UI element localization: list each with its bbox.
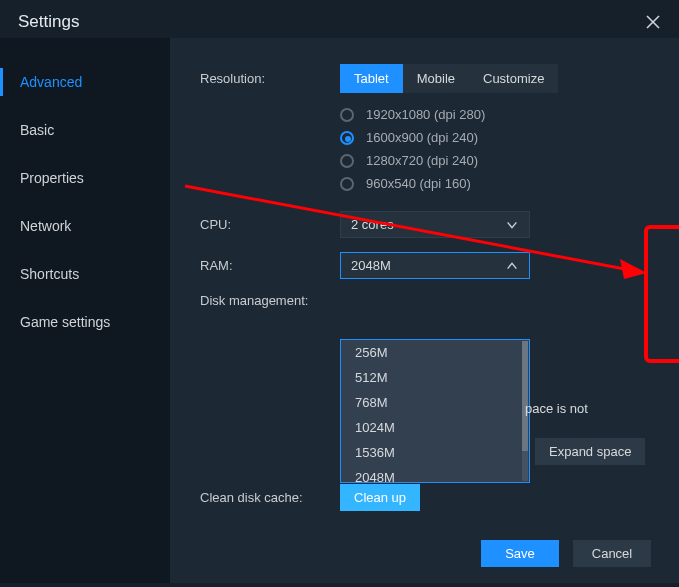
sidebar: Advanced Basic Properties Network Shortc… <box>0 38 170 583</box>
close-icon[interactable] <box>645 14 661 30</box>
ram-label: RAM: <box>200 258 340 273</box>
chevron-up-icon <box>505 259 519 273</box>
resolution-option[interactable]: 1280x720 (dpi 240) <box>340 153 649 168</box>
ram-option[interactable]: 2048M <box>341 465 522 482</box>
sidebar-item-properties[interactable]: Properties <box>0 154 170 202</box>
scrollbar-thumb[interactable] <box>522 341 528 451</box>
sidebar-item-game-settings[interactable]: Game settings <box>0 298 170 346</box>
disk-note-fragment: pace is not <box>525 401 588 416</box>
resolution-option[interactable]: 960x540 (dpi 160) <box>340 176 649 191</box>
radio-icon <box>340 154 354 168</box>
annotation-box <box>644 225 679 363</box>
window-title: Settings <box>18 12 79 32</box>
sidebar-item-advanced[interactable]: Advanced <box>0 58 170 106</box>
radio-icon <box>340 177 354 191</box>
radio-icon <box>340 131 354 145</box>
radio-label: 1600x900 (dpi 240) <box>366 130 478 145</box>
ram-option[interactable]: 512M <box>341 365 522 390</box>
clean-up-button[interactable]: Clean up <box>340 484 420 511</box>
resolution-options: 1920x1080 (dpi 280) 1600x900 (dpi 240) 1… <box>340 107 649 191</box>
radio-label: 1920x1080 (dpi 280) <box>366 107 485 122</box>
resolution-option[interactable]: 1920x1080 (dpi 280) <box>340 107 649 122</box>
sidebar-item-basic[interactable]: Basic <box>0 106 170 154</box>
content-pane: Resolution: Tablet Mobile Customize 1920… <box>170 38 679 583</box>
tab-tablet[interactable]: Tablet <box>340 64 403 93</box>
cpu-label: CPU: <box>200 217 340 232</box>
cancel-button[interactable]: Cancel <box>573 540 651 567</box>
ram-dropdown[interactable]: 2048M <box>340 252 530 279</box>
save-button[interactable]: Save <box>481 540 559 567</box>
cpu-value: 2 cores <box>351 217 394 232</box>
ram-value: 2048M <box>351 258 391 273</box>
ram-option[interactable]: 1024M <box>341 415 522 440</box>
radio-icon <box>340 108 354 122</box>
expand-space-button[interactable]: Expand space <box>535 438 645 465</box>
ram-option[interactable]: 768M <box>341 390 522 415</box>
chevron-down-icon <box>505 218 519 232</box>
disk-label: Disk management: <box>200 293 340 308</box>
sidebar-item-shortcuts[interactable]: Shortcuts <box>0 250 170 298</box>
clean-label: Clean disk cache: <box>200 490 340 505</box>
ram-dropdown-list: 256M 512M 768M 1024M 1536M 2048M <box>340 339 530 483</box>
resolution-label: Resolution: <box>200 71 340 86</box>
sidebar-item-network[interactable]: Network <box>0 202 170 250</box>
tab-mobile[interactable]: Mobile <box>403 64 469 93</box>
cpu-dropdown[interactable]: 2 cores <box>340 211 530 238</box>
resolution-option[interactable]: 1600x900 (dpi 240) <box>340 130 649 145</box>
ram-option[interactable]: 1536M <box>341 440 522 465</box>
resolution-tabs: Tablet Mobile Customize <box>340 64 558 93</box>
radio-label: 1280x720 (dpi 240) <box>366 153 478 168</box>
radio-label: 960x540 (dpi 160) <box>366 176 471 191</box>
ram-option[interactable]: 256M <box>341 340 522 365</box>
tab-customize[interactable]: Customize <box>469 64 558 93</box>
